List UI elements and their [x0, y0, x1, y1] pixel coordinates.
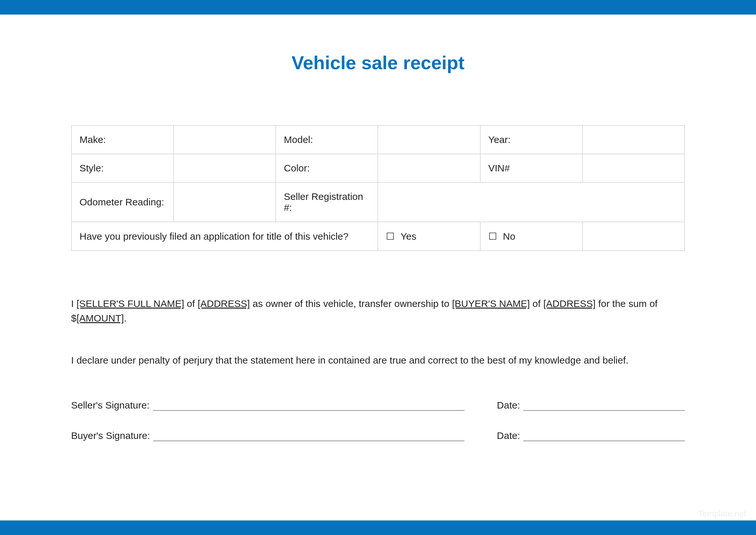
seller-signature-label: Seller's Signature: [71, 400, 153, 411]
seller-date-label: Date: [497, 400, 523, 411]
style-value[interactable] [174, 154, 276, 183]
style-label: Style: [71, 154, 174, 183]
seller-signature-line[interactable] [153, 401, 465, 411]
table-row: Style: Color: VIN# [71, 154, 685, 183]
buyer-date-label: Date: [497, 430, 523, 441]
seller-address-placeholder[interactable]: [ADDRESS] [198, 298, 250, 309]
seller-name-placeholder[interactable]: [SELLER'S FULL NAME] [77, 298, 184, 309]
year-value[interactable] [582, 126, 685, 154]
bottom-bar [0, 521, 756, 535]
title-question-label: Have you previously filed an application… [71, 222, 378, 251]
amount-placeholder[interactable]: [AMOUNT] [77, 313, 124, 324]
empty-cell [582, 222, 685, 251]
yes-label: Yes [400, 231, 416, 241]
yes-cell[interactable]: ☐ Yes [378, 222, 480, 251]
vin-value[interactable] [582, 154, 685, 183]
table-row: Have you previously filed an application… [71, 222, 685, 251]
buyer-signature-row: Buyer's Signature: Date: [71, 430, 685, 441]
watermark: Template.net [698, 509, 746, 519]
make-label: Make: [71, 126, 174, 154]
buyer-address-placeholder[interactable]: [ADDRESS] [543, 298, 596, 309]
odometer-label: Odometer Reading: [71, 183, 174, 222]
color-value[interactable] [378, 154, 480, 183]
year-label: Year: [480, 126, 582, 154]
top-bar [0, 0, 756, 14]
declaration-statement: I declare under penalty of perjury that … [71, 353, 685, 367]
odometer-value[interactable] [174, 183, 276, 222]
model-value[interactable] [378, 126, 480, 154]
buyer-name-placeholder[interactable]: [BUYER'S NAME] [452, 298, 530, 309]
page-container: Vehicle sale receipt Make: Model: Year: … [0, 14, 756, 441]
buyer-signature-label: Buyer's Signature: [71, 430, 153, 441]
vin-label: VIN# [480, 154, 582, 183]
seller-signature-row: Seller's Signature: Date: [71, 400, 685, 411]
checkbox-icon: ☐ [488, 231, 497, 242]
table-row: Make: Model: Year: [71, 126, 685, 154]
buyer-signature-line[interactable] [153, 432, 465, 441]
no-label: No [503, 231, 515, 241]
model-label: Model: [276, 126, 378, 154]
page-title: Vehicle sale receipt [71, 52, 685, 73]
color-label: Color: [276, 154, 378, 183]
buyer-date-line[interactable] [523, 432, 685, 441]
transfer-statement: I [SELLER'S FULL NAME] of [ADDRESS] as o… [71, 296, 685, 325]
table-row: Odometer Reading: Seller Registration #: [71, 183, 685, 222]
no-cell[interactable]: ☐ No [480, 222, 582, 251]
seller-reg-value[interactable] [378, 183, 685, 222]
vehicle-info-table: Make: Model: Year: Style: Color: VIN# Od… [71, 125, 685, 251]
seller-date-line[interactable] [523, 401, 685, 411]
seller-reg-label: Seller Registration #: [276, 183, 378, 222]
checkbox-icon: ☐ [386, 231, 395, 242]
make-value[interactable] [174, 126, 276, 154]
